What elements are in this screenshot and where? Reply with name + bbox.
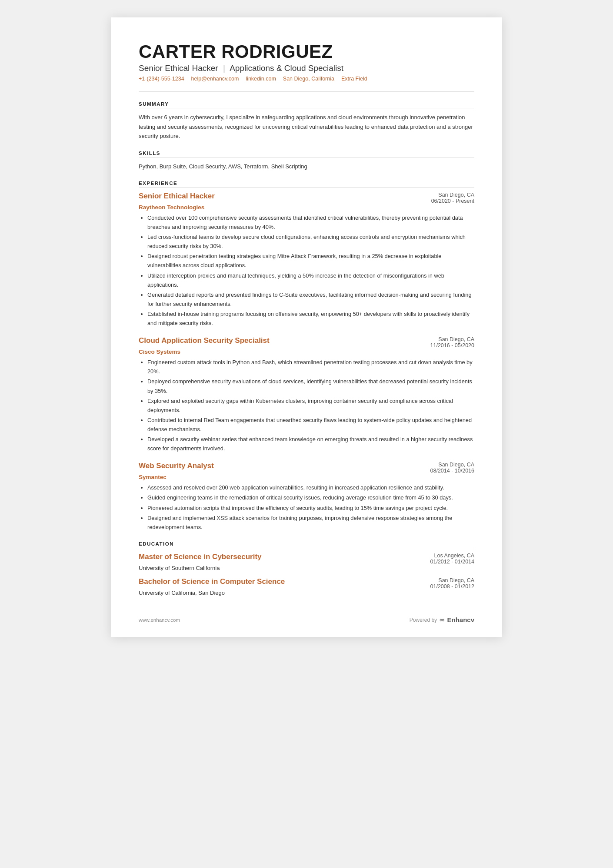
footer: www.enhancv.com Powered by ∞ Enhancv <box>139 616 474 624</box>
header-divider <box>139 91 474 92</box>
powered-by-text: Powered by <box>410 617 437 623</box>
edu-2-right: San Diego, CA 01/2008 - 01/2012 <box>430 577 474 590</box>
job-1-location: San Diego, CA <box>431 192 474 198</box>
job-3-date: 08/2014 - 10/2016 <box>430 468 474 474</box>
list-item: Pioneered automation scripts that improv… <box>147 503 474 513</box>
job-1-title: Senior Ethical Hacker <box>139 192 215 201</box>
contact-email[interactable]: help@enhancv.com <box>191 76 239 82</box>
contact-linkedin[interactable]: linkedin.com <box>246 76 276 82</box>
job-entry-3: Web Security Analyst San Diego, CA 08/20… <box>139 462 474 532</box>
summary-label: SUMMARY <box>139 101 474 108</box>
job-1-bullets: Conducted over 100 comprehensive securit… <box>147 213 474 328</box>
contact-line: +1-(234)-555-1234 help@enhancv.com linke… <box>139 76 474 82</box>
list-item: Designed robust penetration testing stra… <box>147 251 474 270</box>
edu-1-location: Los Angeles, CA <box>430 553 474 559</box>
job-2-right: San Diego, CA 11/2016 - 05/2020 <box>430 336 474 349</box>
list-item: Guided engineering teams in the remediat… <box>147 493 474 502</box>
job-entry-2: Cloud Application Security Specialist Sa… <box>139 336 474 453</box>
job-1-date: 06/2020 - Present <box>431 198 474 204</box>
resume-page: CARTER RODRIGUEZ Senior Ethical Hacker |… <box>111 17 502 637</box>
job-2-bullets: Engineered custom attack tools in Python… <box>147 358 474 453</box>
list-item: Established in-house training programs f… <box>147 309 474 328</box>
job-3-right: San Diego, CA 08/2014 - 10/2016 <box>430 462 474 474</box>
job-1-company: Raytheon Technologies <box>139 204 474 211</box>
edu-1-header: Master of Science in Cybersecurity Los A… <box>139 553 474 565</box>
contact-phone[interactable]: +1-(234)-555-1234 <box>139 76 184 82</box>
list-item: Designed and implemented XSS attack scen… <box>147 513 474 532</box>
candidate-name: CARTER RODRIGUEZ <box>139 42 474 62</box>
job-3-location: San Diego, CA <box>430 462 474 468</box>
experience-section: EXPERIENCE Senior Ethical Hacker San Die… <box>139 181 474 532</box>
skills-label: SKILLS <box>139 151 474 158</box>
candidate-title: Senior Ethical Hacker | Applications & C… <box>139 64 474 73</box>
contact-extra: Extra Field <box>341 76 367 82</box>
list-item: Engineered custom attack tools in Python… <box>147 358 474 376</box>
edu-1-right: Los Angeles, CA 01/2012 - 01/2014 <box>430 553 474 565</box>
edu-2-degree: Bachelor of Science in Computer Science <box>139 577 285 586</box>
education-section: EDUCATION Master of Science in Cybersecu… <box>139 541 474 596</box>
experience-label: EXPERIENCE <box>139 181 474 188</box>
edu-2-header: Bachelor of Science in Computer Science … <box>139 577 474 590</box>
enhancv-brand: Enhancv <box>447 616 474 623</box>
list-item: Contributed to internal Red Team engagem… <box>147 416 474 434</box>
job-entry-1: Senior Ethical Hacker San Diego, CA 06/2… <box>139 192 474 328</box>
edu-1-school: University of Southern California <box>139 565 474 571</box>
edu-entry-2: Bachelor of Science in Computer Science … <box>139 577 474 596</box>
summary-text: With over 6 years in cybersecurity, I sp… <box>139 113 474 141</box>
list-item: Generated detailed reports and presented… <box>147 290 474 308</box>
job-2-title: Cloud Application Security Specialist <box>139 336 270 345</box>
job-1-right: San Diego, CA 06/2020 - Present <box>431 192 474 204</box>
list-item: Deployed comprehensive security evaluati… <box>147 377 474 395</box>
list-item: Led cross-functional teams to develop se… <box>147 232 474 251</box>
summary-section: SUMMARY With over 6 years in cybersecuri… <box>139 101 474 141</box>
edu-2-date: 01/2008 - 01/2012 <box>430 583 474 590</box>
powered-by: Powered by ∞ Enhancv <box>410 616 474 624</box>
edu-entry-1: Master of Science in Cybersecurity Los A… <box>139 553 474 571</box>
job-3-bullets: Assessed and resolved over 200 web appli… <box>147 483 474 532</box>
contact-location: San Diego, California <box>283 76 334 82</box>
skills-text: Python, Burp Suite, Cloud Security, AWS,… <box>139 162 474 171</box>
edu-2-location: San Diego, CA <box>430 577 474 583</box>
job-2-date: 11/2016 - 05/2020 <box>430 342 474 349</box>
job-1-header: Senior Ethical Hacker San Diego, CA 06/2… <box>139 192 474 204</box>
job-2-header: Cloud Application Security Specialist Sa… <box>139 336 474 349</box>
list-item: Utilized interception proxies and manual… <box>147 271 474 289</box>
job-2-company: Cisco Systems <box>139 349 474 355</box>
footer-website: www.enhancv.com <box>139 617 180 623</box>
list-item: Developed a security webinar series that… <box>147 435 474 453</box>
education-label: EDUCATION <box>139 541 474 548</box>
enhancv-heart-icon: ∞ <box>440 616 444 624</box>
job-2-location: San Diego, CA <box>430 336 474 342</box>
edu-1-degree: Master of Science in Cybersecurity <box>139 553 262 561</box>
title-part2: Applications & Cloud Specialist <box>230 64 343 73</box>
skills-section: SKILLS Python, Burp Suite, Cloud Securit… <box>139 151 474 171</box>
job-3-title: Web Security Analyst <box>139 462 214 470</box>
list-item: Assessed and resolved over 200 web appli… <box>147 483 474 492</box>
title-part1: Senior Ethical Hacker <box>139 64 218 73</box>
job-3-company: Symantec <box>139 474 474 480</box>
list-item: Conducted over 100 comprehensive securit… <box>147 213 474 231</box>
job-3-header: Web Security Analyst San Diego, CA 08/20… <box>139 462 474 474</box>
header: CARTER RODRIGUEZ Senior Ethical Hacker |… <box>139 42 474 82</box>
edu-2-school: University of California, San Diego <box>139 590 474 596</box>
edu-1-date: 01/2012 - 01/2014 <box>430 559 474 565</box>
title-separator: | <box>223 64 225 73</box>
list-item: Explored and exploited security gaps wit… <box>147 396 474 415</box>
